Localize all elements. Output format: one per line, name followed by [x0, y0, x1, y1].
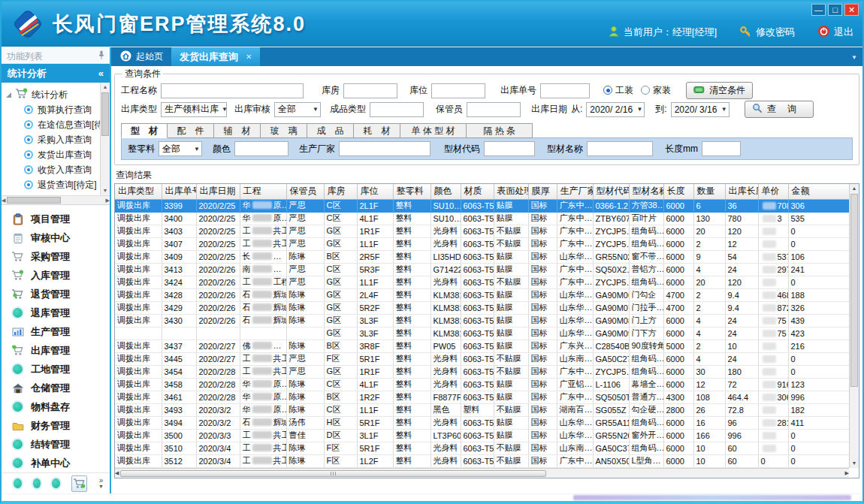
column-header-4[interactable]: 工程	[240, 184, 286, 199]
module-dot-icon[interactable]	[33, 478, 41, 488]
stats-group-header[interactable]: 统计分析 «	[2, 64, 110, 83]
sidebar-item-工地管理[interactable]: 工地管理	[2, 360, 110, 379]
column-header-1[interactable]: 出库类型	[115, 184, 162, 199]
sidebar-more-button[interactable]: » ▼	[98, 478, 104, 490]
module-dot-icon[interactable]	[14, 478, 22, 488]
tree-scroll-left-icon[interactable]: ◀	[2, 198, 5, 204]
outbound-order-no-input[interactable]	[540, 83, 590, 98]
sidebar-item-入库管理[interactable]: 入库管理	[2, 266, 110, 285]
tree-item[interactable]: 采购入库查询	[6, 132, 99, 147]
color-input[interactable]	[234, 141, 289, 156]
column-header-9[interactable]: 颜色	[430, 184, 461, 199]
column-header-14[interactable]: 型材代码	[593, 184, 629, 199]
module-cart-button[interactable]	[71, 475, 87, 492]
maximize-button[interactable]: □	[828, 4, 842, 16]
column-header-11[interactable]: 表面处理	[494, 184, 528, 199]
material-tab-8[interactable]: 隔 热 条	[467, 123, 533, 138]
table-row[interactable]: 调拨出库35102020/3/4工共工程陈琳F区5R1F整料光身料6063-T5…	[115, 442, 851, 454]
date-to-select[interactable]: 2020/ 3/16▼	[671, 102, 730, 117]
table-row[interactable]: 调拨出库34032020/2/25工共工程严思G区1R1F整料光身料6063-T…	[115, 225, 851, 237]
keeper-input[interactable]	[467, 102, 521, 117]
tree-scroll-down-icon[interactable]: ▼	[101, 186, 110, 195]
tab-shipment-outbound-query[interactable]: 发货出库查询 ✕	[171, 47, 260, 66]
column-header-6[interactable]: 库房	[324, 184, 357, 199]
close-button[interactable]: ✕	[844, 4, 859, 16]
tree-scroll-right-icon[interactable]: ▶	[106, 198, 110, 204]
table-row[interactable]: 调拨出库34002020/2/25华原…严思C区4L1F整料SU10…6063-…	[115, 212, 851, 225]
location-input[interactable]	[431, 83, 485, 98]
sidebar-item-出库管理[interactable]: 出库管理	[2, 341, 110, 360]
column-header-16[interactable]: 长度	[663, 184, 693, 199]
sidebar-item-生产管理[interactable]: 生产管理	[2, 322, 110, 341]
profile-code-input[interactable]	[484, 141, 535, 156]
outbound-audit-select[interactable]: 全部▼	[274, 102, 321, 117]
material-tab-6[interactable]: 耗 材	[354, 123, 400, 138]
tree-expander-icon[interactable]	[6, 92, 11, 98]
table-row[interactable]: 调拨出库35122020/3/4工共工程陈琳F区1L2F整料光身料6063-T5…	[115, 454, 851, 467]
table-row[interactable]: 调拨出库34072020/2/25工共工程严思G区1L1F整料光身料6063-T…	[115, 237, 851, 250]
collapse-icon[interactable]: «	[98, 68, 104, 79]
clear-conditions-button[interactable]: 清空条件	[686, 82, 753, 99]
date-from-select[interactable]: 2020/ 2/16▼	[586, 102, 645, 117]
table-row[interactable]: 调拨出库34282020/2/26石辉城陈琳G区2L4F整料KLM3817606…	[115, 288, 851, 301]
grid-horizontal-scrollbar[interactable]: ◀ ▶	[115, 468, 849, 478]
tab-list-icon[interactable]: ▼	[851, 54, 857, 61]
column-header-15[interactable]: 型材名称	[629, 184, 663, 199]
material-tab-4[interactable]: 玻 璃	[261, 123, 307, 138]
sidebar-item-结转管理[interactable]: 结转管理	[2, 435, 110, 454]
profile-name-input[interactable]	[587, 141, 653, 156]
grid-scroll-down-icon[interactable]: ▼	[850, 459, 859, 468]
column-header-13[interactable]: 生产厂家	[557, 184, 593, 199]
tree-vertical-scrollbar[interactable]: ▲ ▼	[100, 83, 110, 195]
table-row[interactable]: 调拨出库34542020/2/28工共工程严思G区1R1F整料光身料6063-T…	[115, 365, 851, 378]
column-header-5[interactable]: 保管员	[286, 184, 324, 199]
table-row[interactable]: 调拨出库34092020/2/25长…陈琳B区2R5F整料LI35HD6063-…	[115, 250, 851, 263]
manufacturer-input[interactable]	[339, 141, 430, 156]
tree-scrollbar-thumb[interactable]	[101, 92, 109, 136]
radio-jiazhuang[interactable]: 家装	[641, 84, 671, 97]
column-header-8[interactable]: 整零料	[393, 184, 430, 199]
table-row[interactable]: 调拨出库34372020/2/27佛…陈琳B区3R8F整料PW056063-T5…	[115, 340, 851, 352]
tree-item[interactable]: 退库管理[待定]	[6, 192, 99, 195]
module-dot-icon[interactable]	[52, 478, 60, 488]
product-type-input[interactable]	[370, 102, 424, 117]
grid-scroll-right-icon[interactable]: ▶	[845, 470, 849, 476]
table-row[interactable]: 调拨出库34932020/3/2华原…陈琳C区1L1F整料黑色塑料不贴膜国标湖南…	[115, 403, 851, 416]
whole-part-select[interactable]: 全部▼	[159, 141, 202, 156]
table-row[interactable]: 调拨出库34302020/2/26石辉城陈琳G区3L3F整料KLM3817606…	[115, 314, 851, 327]
column-header-7[interactable]: 库位	[357, 184, 393, 199]
pin-icon[interactable]	[98, 50, 105, 62]
grid-hscrollbar-thumb[interactable]	[120, 470, 546, 477]
minimize-button[interactable]: —	[811, 4, 826, 16]
sidebar-item-退货管理[interactable]: 退货管理	[2, 285, 110, 303]
tree-item[interactable]: 收货入库查询	[6, 162, 99, 177]
column-header-3[interactable]: 出库日期	[196, 184, 240, 199]
material-tab-7[interactable]: 单 体 型 材	[400, 123, 467, 138]
grid-vertical-scrollbar[interactable]: ▲ ▼	[849, 184, 859, 468]
warehouse-input[interactable]	[343, 83, 397, 98]
sidebar-item-物料盘存[interactable]: 物料盘存	[2, 397, 110, 416]
column-header-18[interactable]: 出库长度	[725, 184, 758, 199]
table-row[interactable]: 调拨出库33992020/2/25华原…严思C区2L1F整料SU10…6063-…	[115, 199, 851, 212]
sidebar-item-项目管理[interactable]: 项目管理	[2, 210, 110, 228]
tree-hscrollbar-thumb[interactable]	[7, 197, 61, 204]
table-row[interactable]: G区3L3F整料KLM38176063-T5贴膜国标山东华…GA90M09…门下…	[115, 327, 851, 340]
tree-item[interactable]: 退货查询[待定]	[6, 177, 99, 192]
column-header-10[interactable]: 材质	[461, 184, 494, 199]
tree-horizontal-scrollbar[interactable]: ◀ ▶	[2, 195, 110, 205]
tab-home[interactable]: 起始页	[112, 47, 171, 66]
search-button[interactable]: 查 询	[745, 101, 814, 118]
tree-item[interactable]: 在途信息查询[待	[6, 117, 99, 132]
sidebar-item-财务管理[interactable]: 财务管理	[2, 416, 110, 435]
outbound-type-select[interactable]: 生产领料出库▼	[161, 102, 227, 117]
column-header-20[interactable]: 金额	[788, 184, 851, 199]
sidebar-item-补单中心[interactable]: 补单中心	[2, 454, 110, 472]
sidebar-item-退库管理[interactable]: 退库管理	[2, 303, 110, 322]
column-header-19[interactable]: 单价	[758, 184, 788, 199]
material-tab-2[interactable]: 配 件	[168, 123, 214, 138]
sidebar-item-审核中心[interactable]: 审核中心	[2, 228, 110, 247]
change-password-button[interactable]: 修改密码	[739, 26, 795, 40]
sidebar-item-仓储管理[interactable]: 仓储管理	[2, 379, 110, 397]
table-row[interactable]: 调拨出库34452020/2/27工共工程严思F区5R1F整料光身料6063-T…	[115, 352, 851, 365]
material-tab-5[interactable]: 成 品	[307, 123, 354, 138]
